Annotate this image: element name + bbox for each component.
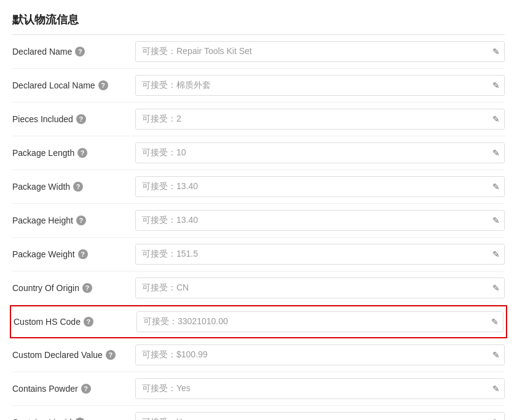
label-text-country-of-origin: Country Of Origin: [12, 283, 79, 293]
label-text-pieces-included: Pieces Included: [12, 114, 73, 124]
form-row-package-weight: Package Weight?可接受：151.5✎: [12, 238, 505, 271]
input-col-package-height: 可接受：13.40✎: [135, 210, 505, 231]
label-text-contains-liquid: Contains Liquid: [12, 418, 72, 420]
form-row-package-length: Package Length?可接受：10✎: [12, 136, 505, 170]
label-package-width: Package Width?: [12, 182, 135, 192]
edit-icon-custom-declared-value[interactable]: ✎: [492, 350, 500, 360]
field-box-contains-powder: 可接受：Yes: [135, 378, 505, 399]
field-value-contains-liquid: 可接受：Yes: [142, 417, 191, 420]
edit-icon-package-width[interactable]: ✎: [492, 182, 500, 192]
help-icon-pieces-included[interactable]: ?: [76, 114, 86, 124]
help-icon-declared-local-name[interactable]: ?: [98, 80, 108, 90]
page-title: 默认物流信息: [12, 12, 505, 27]
label-custom-declared-value: Custom Declared Value?: [12, 350, 135, 360]
label-declared-local-name: Declared Local Name?: [12, 80, 135, 90]
form-row-custom-declared-value: Custom Declared Value?可接受：$100.99✎: [12, 338, 505, 372]
help-icon-package-length[interactable]: ?: [77, 148, 87, 158]
field-value-custom-declared-value: 可接受：$100.99: [142, 349, 208, 360]
input-col-package-length: 可接受：10✎: [135, 142, 505, 163]
label-text-package-weight: Package Weight: [12, 249, 75, 259]
field-box-package-height: 可接受：13.40: [135, 210, 505, 231]
input-col-declared-local-name: 可接受：棉质外套✎: [135, 75, 505, 96]
field-value-country-of-origin: 可接受：CN: [142, 282, 189, 294]
edit-icon-country-of-origin[interactable]: ✎: [492, 283, 500, 293]
help-icon-package-height[interactable]: ?: [76, 216, 86, 225]
label-package-length: Package Length?: [12, 148, 135, 158]
help-icon-custom-declared-value[interactable]: ?: [106, 350, 116, 360]
field-value-package-width: 可接受：13.40: [142, 181, 198, 192]
form-row-declared-name: Declared Name?可接受：Repair Tools Kit Set✎: [12, 35, 505, 69]
help-icon-custom-hs-code[interactable]: ?: [84, 317, 93, 327]
form-row-declared-local-name: Declared Local Name?可接受：棉质外套✎: [12, 69, 505, 103]
edit-icon-contains-liquid[interactable]: ✎: [492, 418, 500, 420]
label-country-of-origin: Country Of Origin?: [12, 283, 135, 293]
form-row-package-height: Package Height?可接受：13.40✎: [12, 204, 505, 238]
field-box-custom-declared-value: 可接受：$100.99: [135, 344, 505, 365]
input-col-custom-declared-value: 可接受：$100.99✎: [135, 344, 505, 365]
edit-icon-declared-name[interactable]: ✎: [492, 47, 500, 56]
form-container: Declared Name?可接受：Repair Tools Kit Set✎D…: [12, 35, 505, 420]
label-text-custom-hs-code: Custom HS Code: [14, 317, 81, 327]
form-row-contains-liquid: Contains Liquid?可接受：Yes✎: [12, 406, 505, 420]
edit-icon-pieces-included[interactable]: ✎: [492, 114, 500, 124]
label-contains-powder: Contains Powder?: [12, 384, 135, 394]
help-icon-declared-name[interactable]: ?: [75, 47, 85, 56]
help-icon-package-width[interactable]: ?: [73, 182, 83, 192]
field-value-package-length: 可接受：10: [142, 147, 186, 158]
field-value-pieces-included: 可接受：2: [142, 114, 181, 125]
label-contains-liquid: Contains Liquid?: [12, 418, 135, 420]
label-package-height: Package Height?: [12, 216, 135, 225]
field-box-package-length: 可接受：10: [135, 142, 505, 163]
field-value-package-weight: 可接受：151.5: [142, 249, 198, 260]
edit-icon-package-height[interactable]: ✎: [492, 216, 500, 225]
field-box-package-width: 可接受：13.40: [135, 176, 505, 197]
input-col-declared-name: 可接受：Repair Tools Kit Set✎: [135, 41, 505, 62]
input-col-pieces-included: 可接受：2✎: [135, 109, 505, 130]
input-col-custom-hs-code: 可接受：33021010.00✎: [136, 311, 503, 332]
field-value-package-height: 可接受：13.40: [142, 215, 198, 226]
input-col-contains-liquid: 可接受：Yes✎: [135, 412, 505, 420]
field-box-pieces-included: 可接受：2: [135, 109, 505, 130]
edit-icon-custom-hs-code[interactable]: ✎: [491, 317, 499, 327]
field-box-package-weight: 可接受：151.5: [135, 244, 505, 265]
form-row-country-of-origin: Country Of Origin?可接受：CN✎: [12, 271, 505, 305]
input-col-package-weight: 可接受：151.5✎: [135, 244, 505, 265]
help-icon-contains-powder[interactable]: ?: [81, 384, 91, 394]
field-value-declared-local-name: 可接受：棉质外套: [142, 80, 211, 91]
field-box-country-of-origin: 可接受：CN: [135, 278, 505, 298]
form-row-package-width: Package Width?可接受：13.40✎: [12, 170, 505, 204]
help-icon-contains-liquid[interactable]: ?: [75, 418, 85, 420]
field-box-declared-local-name: 可接受：棉质外套: [135, 75, 505, 96]
form-row-custom-hs-code: Custom HS Code?可接受：33021010.00✎: [10, 305, 507, 338]
label-text-package-length: Package Length: [12, 148, 74, 158]
help-icon-country-of-origin[interactable]: ?: [82, 283, 92, 293]
label-declared-name: Declared Name?: [12, 47, 135, 56]
field-box-custom-hs-code: 可接受：33021010.00: [136, 311, 503, 332]
field-value-custom-hs-code: 可接受：33021010.00: [143, 316, 228, 327]
input-col-country-of-origin: 可接受：CN✎: [135, 278, 505, 298]
form-row-contains-powder: Contains Powder?可接受：Yes✎: [12, 372, 505, 406]
label-text-declared-name: Declared Name: [12, 47, 72, 56]
help-icon-package-weight[interactable]: ?: [78, 249, 88, 259]
label-package-weight: Package Weight?: [12, 249, 135, 259]
field-box-declared-name: 可接受：Repair Tools Kit Set: [135, 41, 505, 62]
label-text-contains-powder: Contains Powder: [12, 384, 78, 394]
field-value-contains-powder: 可接受：Yes: [142, 383, 191, 394]
field-value-declared-name: 可接受：Repair Tools Kit Set: [142, 46, 252, 57]
label-custom-hs-code: Custom HS Code?: [14, 317, 136, 327]
input-col-contains-powder: 可接受：Yes✎: [135, 378, 505, 399]
edit-icon-package-length[interactable]: ✎: [492, 148, 500, 158]
field-box-contains-liquid: 可接受：Yes: [135, 412, 505, 420]
label-text-package-width: Package Width: [12, 182, 70, 192]
input-col-package-width: 可接受：13.40✎: [135, 176, 505, 197]
label-text-package-height: Package Height: [12, 216, 73, 225]
form-row-pieces-included: Pieces Included?可接受：2✎: [12, 103, 505, 136]
edit-icon-contains-powder[interactable]: ✎: [492, 384, 500, 394]
edit-icon-declared-local-name[interactable]: ✎: [492, 80, 500, 90]
edit-icon-package-weight[interactable]: ✎: [492, 249, 500, 259]
label-text-custom-declared-value: Custom Declared Value: [12, 350, 103, 360]
label-pieces-included: Pieces Included?: [12, 114, 135, 124]
label-text-declared-local-name: Declared Local Name: [12, 80, 95, 90]
